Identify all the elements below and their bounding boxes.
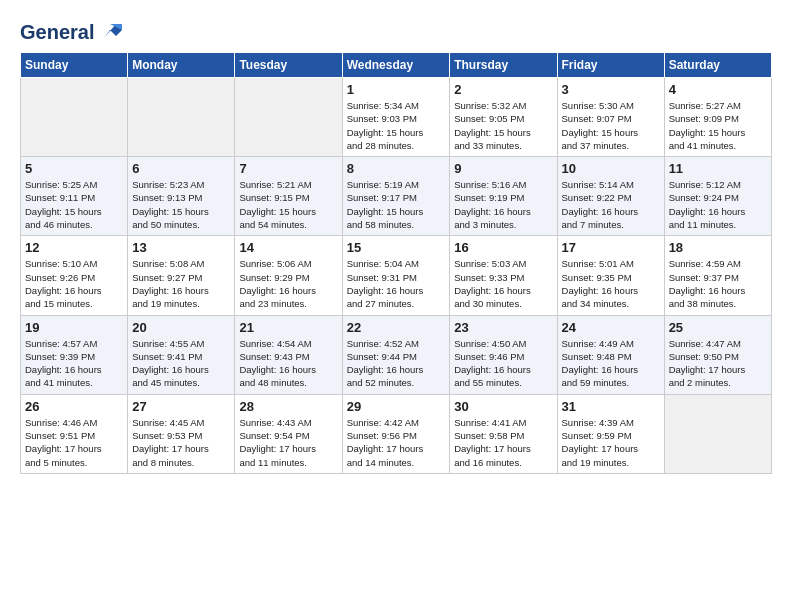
day-info: Sunrise: 5:03 AM Sunset: 9:33 PM Dayligh… xyxy=(454,257,552,310)
calendar-cell: 17Sunrise: 5:01 AM Sunset: 9:35 PM Dayli… xyxy=(557,236,664,315)
calendar-week-row: 26Sunrise: 4:46 AM Sunset: 9:51 PM Dayli… xyxy=(21,394,772,473)
calendar-cell xyxy=(664,394,771,473)
day-info: Sunrise: 5:23 AM Sunset: 9:13 PM Dayligh… xyxy=(132,178,230,231)
day-number: 25 xyxy=(669,320,767,335)
calendar-cell: 27Sunrise: 4:45 AM Sunset: 9:53 PM Dayli… xyxy=(128,394,235,473)
calendar-cell: 26Sunrise: 4:46 AM Sunset: 9:51 PM Dayli… xyxy=(21,394,128,473)
calendar-cell: 14Sunrise: 5:06 AM Sunset: 9:29 PM Dayli… xyxy=(235,236,342,315)
day-info: Sunrise: 5:08 AM Sunset: 9:27 PM Dayligh… xyxy=(132,257,230,310)
calendar-cell: 28Sunrise: 4:43 AM Sunset: 9:54 PM Dayli… xyxy=(235,394,342,473)
day-number: 2 xyxy=(454,82,552,97)
day-info: Sunrise: 4:54 AM Sunset: 9:43 PM Dayligh… xyxy=(239,337,337,390)
calendar-cell: 8Sunrise: 5:19 AM Sunset: 9:17 PM Daylig… xyxy=(342,157,450,236)
day-number: 6 xyxy=(132,161,230,176)
calendar-cell: 6Sunrise: 5:23 AM Sunset: 9:13 PM Daylig… xyxy=(128,157,235,236)
calendar-cell: 29Sunrise: 4:42 AM Sunset: 9:56 PM Dayli… xyxy=(342,394,450,473)
weekday-header-monday: Monday xyxy=(128,53,235,78)
day-info: Sunrise: 4:50 AM Sunset: 9:46 PM Dayligh… xyxy=(454,337,552,390)
day-number: 7 xyxy=(239,161,337,176)
day-number: 18 xyxy=(669,240,767,255)
day-info: Sunrise: 4:39 AM Sunset: 9:59 PM Dayligh… xyxy=(562,416,660,469)
day-info: Sunrise: 5:06 AM Sunset: 9:29 PM Dayligh… xyxy=(239,257,337,310)
day-info: Sunrise: 5:04 AM Sunset: 9:31 PM Dayligh… xyxy=(347,257,446,310)
day-info: Sunrise: 5:34 AM Sunset: 9:03 PM Dayligh… xyxy=(347,99,446,152)
calendar-cell: 9Sunrise: 5:16 AM Sunset: 9:19 PM Daylig… xyxy=(450,157,557,236)
day-number: 24 xyxy=(562,320,660,335)
day-number: 8 xyxy=(347,161,446,176)
day-number: 31 xyxy=(562,399,660,414)
day-info: Sunrise: 4:49 AM Sunset: 9:48 PM Dayligh… xyxy=(562,337,660,390)
day-info: Sunrise: 5:27 AM Sunset: 9:09 PM Dayligh… xyxy=(669,99,767,152)
day-info: Sunrise: 4:47 AM Sunset: 9:50 PM Dayligh… xyxy=(669,337,767,390)
day-info: Sunrise: 5:21 AM Sunset: 9:15 PM Dayligh… xyxy=(239,178,337,231)
day-info: Sunrise: 4:43 AM Sunset: 9:54 PM Dayligh… xyxy=(239,416,337,469)
weekday-header-tuesday: Tuesday xyxy=(235,53,342,78)
calendar-table: SundayMondayTuesdayWednesdayThursdayFrid… xyxy=(20,52,772,474)
day-number: 9 xyxy=(454,161,552,176)
page-header: General xyxy=(20,20,772,42)
logo-icon xyxy=(96,16,124,44)
day-number: 14 xyxy=(239,240,337,255)
weekday-header-friday: Friday xyxy=(557,53,664,78)
logo-general: General xyxy=(20,21,94,43)
day-info: Sunrise: 5:14 AM Sunset: 9:22 PM Dayligh… xyxy=(562,178,660,231)
calendar-cell: 2Sunrise: 5:32 AM Sunset: 9:05 PM Daylig… xyxy=(450,78,557,157)
day-number: 22 xyxy=(347,320,446,335)
weekday-header-saturday: Saturday xyxy=(664,53,771,78)
day-number: 3 xyxy=(562,82,660,97)
calendar-cell: 23Sunrise: 4:50 AM Sunset: 9:46 PM Dayli… xyxy=(450,315,557,394)
day-info: Sunrise: 5:30 AM Sunset: 9:07 PM Dayligh… xyxy=(562,99,660,152)
day-number: 4 xyxy=(669,82,767,97)
calendar-cell: 12Sunrise: 5:10 AM Sunset: 9:26 PM Dayli… xyxy=(21,236,128,315)
day-number: 10 xyxy=(562,161,660,176)
day-info: Sunrise: 4:52 AM Sunset: 9:44 PM Dayligh… xyxy=(347,337,446,390)
calendar-cell: 5Sunrise: 5:25 AM Sunset: 9:11 PM Daylig… xyxy=(21,157,128,236)
calendar-cell: 24Sunrise: 4:49 AM Sunset: 9:48 PM Dayli… xyxy=(557,315,664,394)
calendar-cell: 4Sunrise: 5:27 AM Sunset: 9:09 PM Daylig… xyxy=(664,78,771,157)
weekday-header-sunday: Sunday xyxy=(21,53,128,78)
day-number: 19 xyxy=(25,320,123,335)
day-info: Sunrise: 4:41 AM Sunset: 9:58 PM Dayligh… xyxy=(454,416,552,469)
calendar-cell: 31Sunrise: 4:39 AM Sunset: 9:59 PM Dayli… xyxy=(557,394,664,473)
day-info: Sunrise: 5:19 AM Sunset: 9:17 PM Dayligh… xyxy=(347,178,446,231)
day-info: Sunrise: 4:55 AM Sunset: 9:41 PM Dayligh… xyxy=(132,337,230,390)
day-info: Sunrise: 5:10 AM Sunset: 9:26 PM Dayligh… xyxy=(25,257,123,310)
calendar-cell xyxy=(128,78,235,157)
day-number: 11 xyxy=(669,161,767,176)
calendar-cell: 16Sunrise: 5:03 AM Sunset: 9:33 PM Dayli… xyxy=(450,236,557,315)
calendar-cell: 18Sunrise: 4:59 AM Sunset: 9:37 PM Dayli… xyxy=(664,236,771,315)
calendar-cell: 19Sunrise: 4:57 AM Sunset: 9:39 PM Dayli… xyxy=(21,315,128,394)
calendar-cell: 7Sunrise: 5:21 AM Sunset: 9:15 PM Daylig… xyxy=(235,157,342,236)
day-number: 23 xyxy=(454,320,552,335)
calendar-cell: 25Sunrise: 4:47 AM Sunset: 9:50 PM Dayli… xyxy=(664,315,771,394)
day-number: 21 xyxy=(239,320,337,335)
day-number: 13 xyxy=(132,240,230,255)
calendar-cell: 22Sunrise: 4:52 AM Sunset: 9:44 PM Dayli… xyxy=(342,315,450,394)
day-number: 17 xyxy=(562,240,660,255)
calendar-cell: 1Sunrise: 5:34 AM Sunset: 9:03 PM Daylig… xyxy=(342,78,450,157)
day-info: Sunrise: 5:12 AM Sunset: 9:24 PM Dayligh… xyxy=(669,178,767,231)
logo: General xyxy=(20,20,124,42)
day-number: 16 xyxy=(454,240,552,255)
day-info: Sunrise: 4:57 AM Sunset: 9:39 PM Dayligh… xyxy=(25,337,123,390)
calendar-cell: 21Sunrise: 4:54 AM Sunset: 9:43 PM Dayli… xyxy=(235,315,342,394)
day-info: Sunrise: 4:46 AM Sunset: 9:51 PM Dayligh… xyxy=(25,416,123,469)
day-info: Sunrise: 4:42 AM Sunset: 9:56 PM Dayligh… xyxy=(347,416,446,469)
weekday-header-thursday: Thursday xyxy=(450,53,557,78)
calendar-cell: 3Sunrise: 5:30 AM Sunset: 9:07 PM Daylig… xyxy=(557,78,664,157)
calendar-week-row: 5Sunrise: 5:25 AM Sunset: 9:11 PM Daylig… xyxy=(21,157,772,236)
calendar-cell: 20Sunrise: 4:55 AM Sunset: 9:41 PM Dayli… xyxy=(128,315,235,394)
day-number: 1 xyxy=(347,82,446,97)
day-info: Sunrise: 5:16 AM Sunset: 9:19 PM Dayligh… xyxy=(454,178,552,231)
day-number: 27 xyxy=(132,399,230,414)
calendar-cell xyxy=(235,78,342,157)
day-number: 29 xyxy=(347,399,446,414)
day-number: 28 xyxy=(239,399,337,414)
calendar-cell: 30Sunrise: 4:41 AM Sunset: 9:58 PM Dayli… xyxy=(450,394,557,473)
day-number: 30 xyxy=(454,399,552,414)
day-number: 12 xyxy=(25,240,123,255)
calendar-cell: 13Sunrise: 5:08 AM Sunset: 9:27 PM Dayli… xyxy=(128,236,235,315)
day-info: Sunrise: 4:45 AM Sunset: 9:53 PM Dayligh… xyxy=(132,416,230,469)
day-info: Sunrise: 5:25 AM Sunset: 9:11 PM Dayligh… xyxy=(25,178,123,231)
calendar-cell: 11Sunrise: 5:12 AM Sunset: 9:24 PM Dayli… xyxy=(664,157,771,236)
